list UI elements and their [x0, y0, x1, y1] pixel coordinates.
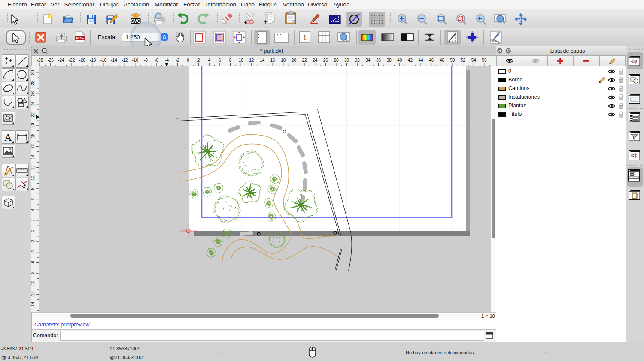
svg-text:16: 16 — [270, 58, 276, 63]
svg-text:40: 40 — [397, 58, 402, 63]
svg-text:20: 20 — [292, 58, 297, 63]
svg-text:56: 56 — [482, 58, 487, 63]
svg-text:-8: -8 — [144, 58, 148, 63]
svg-text:32: 32 — [355, 58, 360, 63]
svg-text:52: 52 — [461, 58, 466, 63]
svg-text:-6: -6 — [31, 261, 35, 265]
svg-text:-20: -20 — [79, 58, 85, 63]
svg-text:-14: -14 — [111, 58, 117, 63]
svg-text:14: 14 — [260, 58, 265, 63]
svg-text:18: 18 — [31, 133, 35, 139]
svg-text:1: 1 — [303, 34, 307, 42]
svg-text:30: 30 — [344, 58, 349, 63]
svg-text:12: 12 — [249, 58, 254, 63]
svg-text:20: 20 — [31, 123, 35, 128]
svg-text:10: 10 — [31, 175, 35, 181]
svg-text:26: 26 — [323, 58, 328, 63]
svg-text:48: 48 — [440, 58, 445, 63]
svg-text:A: A — [4, 132, 12, 143]
svg-text:36: 36 — [376, 58, 381, 63]
svg-text:8: 8 — [31, 187, 35, 190]
svg-text:2: 2 — [31, 219, 35, 222]
svg-text:-26: -26 — [47, 58, 54, 63]
svg-text:-16: -16 — [100, 58, 107, 63]
svg-text:10: 10 — [239, 58, 244, 63]
svg-text:44: 44 — [419, 58, 424, 63]
svg-text:PDF: PDF — [76, 36, 84, 40]
svg-text:26: 26 — [31, 91, 35, 96]
svg-text:-2: -2 — [176, 58, 179, 63]
svg-text:-4: -4 — [31, 250, 35, 254]
svg-text:22: 22 — [31, 112, 35, 118]
svg-text:42: 42 — [408, 58, 413, 63]
svg-text:-4: -4 — [165, 58, 169, 63]
svg-text:-22: -22 — [69, 58, 75, 63]
svg-text:34: 34 — [365, 58, 371, 63]
svg-text:-8: -8 — [31, 271, 35, 275]
svg-text:30: 30 — [31, 70, 35, 75]
svg-text:4: 4 — [208, 58, 211, 63]
svg-text:0: 0 — [31, 229, 35, 232]
svg-text:-14: -14 — [31, 302, 35, 308]
svg-text:-2: -2 — [31, 239, 35, 243]
svg-text:54: 54 — [471, 58, 477, 63]
svg-text:28: 28 — [334, 58, 339, 63]
svg-text:-12: -12 — [122, 58, 128, 63]
svg-text:16: 16 — [31, 144, 35, 149]
svg-text:24: 24 — [313, 58, 318, 63]
svg-text:22: 22 — [302, 58, 307, 63]
svg-text:-6: -6 — [155, 58, 158, 63]
svg-text:0: 0 — [187, 58, 189, 63]
svg-text:4: 4 — [31, 208, 35, 211]
svg-text:38: 38 — [387, 58, 392, 63]
svg-text:-10: -10 — [31, 281, 35, 287]
svg-text:28: 28 — [31, 81, 35, 86]
svg-text:-28: -28 — [37, 58, 43, 63]
svg-text:24: 24 — [31, 102, 35, 107]
svg-text:46: 46 — [429, 58, 434, 63]
svg-text:8: 8 — [229, 58, 232, 63]
svg-text:-12: -12 — [31, 291, 35, 298]
svg-text:50: 50 — [450, 58, 455, 63]
svg-text:14: 14 — [31, 154, 35, 160]
svg-text:-10: -10 — [132, 58, 139, 63]
svg-text:-18: -18 — [90, 58, 96, 63]
svg-text:-24: -24 — [58, 58, 64, 63]
svg-text:18: 18 — [281, 58, 286, 63]
svg-text:6: 6 — [31, 198, 35, 200]
svg-text:6: 6 — [219, 58, 221, 63]
svg-text:2: 2 — [197, 58, 200, 63]
svg-text:12: 12 — [31, 165, 35, 170]
